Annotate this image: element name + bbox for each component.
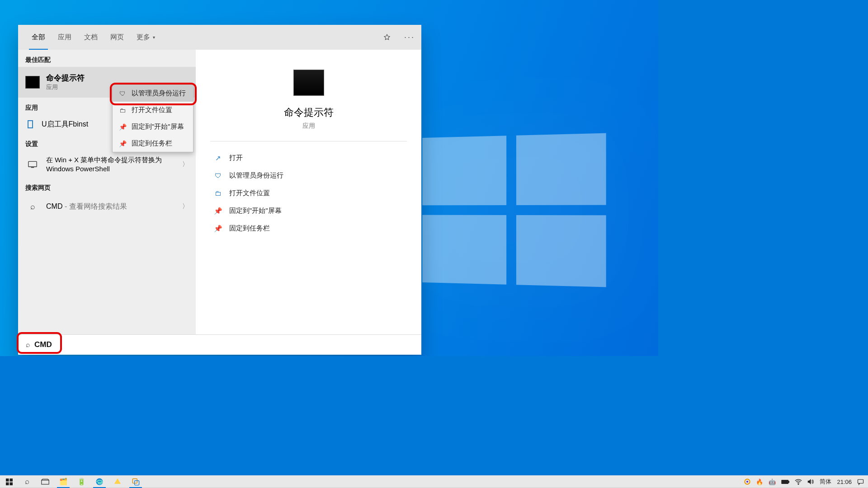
search-input-row: ⌕ [18, 334, 421, 355]
search-icon: ⌕ [23, 341, 33, 349]
pin-icon: 📌 [214, 207, 222, 215]
open-icon: ↗ [214, 154, 222, 162]
action-list: ↗ 打开 🛡 以管理员身份运行 🗀 打开文件位置 📌 固定到"开始"屏幕 [210, 150, 407, 237]
app-icon [25, 119, 35, 129]
tab-all[interactable]: 全部 [25, 25, 52, 50]
chevron-right-icon: 〉 [182, 202, 189, 211]
shield-icon: 🛡 [214, 172, 222, 179]
folder-icon: 🗀 [119, 107, 126, 114]
more-options-icon[interactable]: ··· [400, 28, 420, 47]
action-pin-start[interactable]: 📌 固定到"开始"屏幕 [210, 202, 407, 219]
result-title: 命令提示符 [46, 73, 189, 83]
ctx-pin-start[interactable]: 📌 固定到"开始"屏幕 [113, 118, 193, 135]
action-open-location[interactable]: 🗀 打开文件位置 [210, 185, 407, 202]
results-column: 最佳匹配 命令提示符 应用 应用 U启工具Fbinst [18, 50, 196, 334]
svg-rect-0 [28, 161, 37, 167]
pin-icon: 📌 [119, 123, 126, 131]
pin-icon: 📌 [119, 140, 126, 147]
tab-web[interactable]: 网页 [104, 25, 130, 50]
feedback-icon[interactable] [377, 28, 397, 47]
detail-header: 命令提示符 应用 [210, 50, 407, 141]
context-menu: 🛡 以管理员身份运行 🗀 打开文件位置 📌 固定到"开始"屏幕 📌 固定到任务栏 [112, 84, 193, 152]
tab-more[interactable]: 更多▾ [130, 25, 161, 50]
desktop: 全部 应用 文档 网页 更多▾ ··· 最佳匹配 命令提示符 [0, 0, 658, 356]
shield-icon: 🛡 [119, 90, 126, 97]
chevron-right-icon: 〉 [182, 160, 189, 169]
action-open[interactable]: ↗ 打开 [210, 150, 407, 166]
search-panel-header: 全部 应用 文档 网页 更多▾ ··· [18, 25, 421, 50]
windows-logo-icon [422, 133, 606, 287]
result-web-cmd[interactable]: ⌕ CMD - 查看网络搜索结果 〉 [18, 195, 196, 218]
ctx-run-as-admin[interactable]: 🛡 以管理员身份运行 [113, 85, 193, 102]
tab-docs[interactable]: 文档 [78, 25, 104, 50]
action-run-admin[interactable]: 🛡 以管理员身份运行 [210, 167, 407, 184]
settings-display-icon [25, 157, 40, 172]
search-panel-body: 最佳匹配 命令提示符 应用 应用 U启工具Fbinst [18, 50, 421, 334]
detail-title: 命令提示符 [284, 106, 334, 119]
section-web: 搜索网页 [18, 178, 196, 195]
search-input[interactable] [33, 340, 417, 350]
result-setting-powershell[interactable]: 在 Win + X 菜单中将命令提示符替换为 Windows PowerShel… [18, 151, 196, 178]
folder-icon: 🗀 [214, 189, 222, 197]
cmd-large-icon [293, 70, 324, 96]
detail-subtitle: 应用 [302, 122, 315, 130]
search-icon: ⌕ [25, 199, 40, 214]
tab-apps[interactable]: 应用 [52, 25, 78, 50]
action-pin-taskbar[interactable]: 📌 固定到任务栏 [210, 220, 407, 237]
ctx-pin-taskbar[interactable]: 📌 固定到任务栏 [113, 135, 193, 152]
detail-column: 命令提示符 应用 ↗ 打开 🛡 以管理员身份运行 🗀 打开文件位置 [196, 50, 421, 334]
section-best-match: 最佳匹配 [18, 50, 196, 67]
pin-icon: 📌 [214, 225, 222, 233]
ctx-open-location[interactable]: 🗀 打开文件位置 [113, 102, 193, 118]
result-title: CMD - 查看网络搜索结果 [46, 202, 179, 211]
cmd-icon [25, 76, 40, 89]
result-title: 在 Win + X 菜单中将命令提示符替换为 Windows PowerShel… [46, 155, 179, 173]
search-panel: 全部 应用 文档 网页 更多▾ ··· 最佳匹配 命令提示符 [18, 25, 421, 355]
search-tabs: 全部 应用 文档 网页 更多▾ [25, 25, 161, 50]
